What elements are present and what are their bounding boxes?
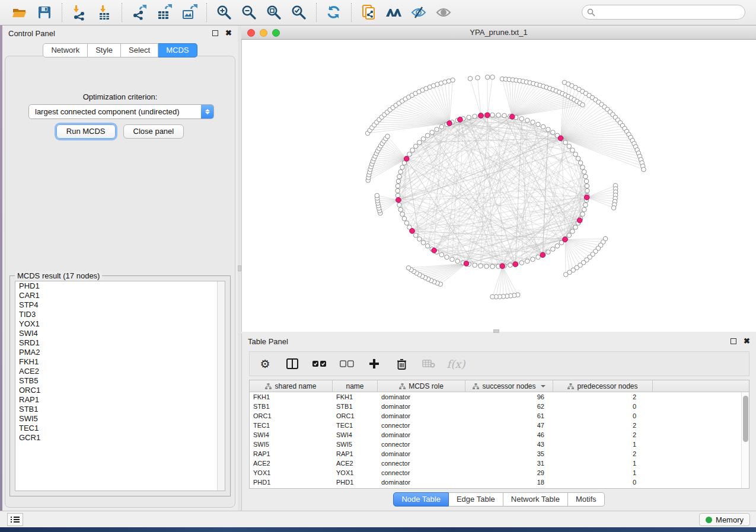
table-row[interactable]: RAP1RAP1dominator352 <box>250 449 741 459</box>
list-item[interactable]: YOX1 <box>15 319 225 329</box>
list-item[interactable]: SWI4 <box>15 329 225 338</box>
zoom-out-icon[interactable] <box>240 4 258 21</box>
table-splitter-grab[interactable] <box>493 329 499 333</box>
maximize-window-icon[interactable] <box>272 29 280 37</box>
tab-node-table[interactable]: Node Table <box>393 492 449 507</box>
task-history-button[interactable] <box>7 513 23 526</box>
refresh-layout-icon[interactable] <box>325 4 343 21</box>
table-cell: 2 <box>553 421 645 430</box>
save-icon[interactable] <box>36 4 53 21</box>
zoom-selected-icon[interactable] <box>290 4 308 21</box>
run-mcds-button[interactable]: Run MCDS <box>56 124 116 139</box>
delete-table-icon[interactable] <box>422 357 436 371</box>
list-item[interactable]: FKH1 <box>15 357 225 367</box>
export-table-icon[interactable] <box>155 4 173 21</box>
show-panel-eye-icon[interactable] <box>435 4 452 21</box>
network-canvas[interactable] <box>241 40 756 332</box>
list-item[interactable]: RAP1 <box>15 395 225 405</box>
tab-motifs[interactable]: Motifs <box>568 492 605 507</box>
close-panel-icon[interactable]: ✖ <box>225 30 232 36</box>
table-cell: 43 <box>465 440 553 449</box>
table-cell: SWI4 <box>250 430 333 440</box>
table-settings-gear-icon[interactable]: ⚙ <box>258 357 272 371</box>
hide-panel-eye-icon[interactable] <box>410 4 428 21</box>
table-row[interactable]: STB1STB1dominator620 <box>250 402 741 411</box>
list-item[interactable]: TID3 <box>15 310 225 319</box>
zoom-in-icon[interactable] <box>215 4 233 21</box>
zoom-fit-icon[interactable] <box>265 4 283 21</box>
tab-select[interactable]: Select <box>121 43 158 57</box>
column-header-MCDS-role[interactable]: MCDS role <box>378 380 465 392</box>
column-pane-icon[interactable] <box>285 357 299 371</box>
table-cell: 1 <box>553 459 645 468</box>
list-item[interactable]: GCR1 <box>15 433 225 443</box>
tab-mcds[interactable]: MCDS <box>158 43 197 57</box>
list-scrollbar[interactable] <box>217 281 225 491</box>
list-item[interactable]: CAR1 <box>15 291 225 300</box>
table-row[interactable]: TEC1TEC1connector472 <box>250 421 741 430</box>
column-header-shared-name[interactable]: shared name <box>250 380 333 392</box>
search-input[interactable] <box>595 8 745 17</box>
table-row[interactable]: ORC1ORC1dominator610 <box>250 411 741 421</box>
list-item[interactable]: SRD1 <box>15 338 225 348</box>
list-item[interactable]: STB5 <box>15 376 225 386</box>
delete-column-trash-icon[interactable] <box>394 357 409 371</box>
float-table-panel-icon[interactable] <box>731 338 736 344</box>
mcds-result-title: MCDS result (17 nodes) <box>15 271 102 280</box>
add-column-icon[interactable] <box>367 357 381 371</box>
criterion-dropdown[interactable]: largest connected component (undirected) <box>28 104 214 119</box>
export-network-icon[interactable] <box>130 4 148 21</box>
toolbar-separator <box>351 3 352 22</box>
list-item[interactable]: ACE2 <box>15 367 225 376</box>
column-type-icon <box>265 383 272 389</box>
network-window: YPA_prune.txt_1 <box>241 25 756 332</box>
share-document-icon[interactable] <box>360 4 378 21</box>
close-table-panel-icon[interactable]: ✖ <box>744 338 750 344</box>
search-network-icon[interactable] <box>385 4 403 21</box>
table-cell: 2 <box>553 449 645 459</box>
list-item[interactable]: TEC1 <box>15 424 225 433</box>
table-row[interactable]: YOX1YOX1connector291 <box>250 468 741 477</box>
list-item[interactable]: STB1 <box>15 405 225 414</box>
tab-network[interactable]: Network <box>43 43 88 57</box>
table-row[interactable]: ACE2ACE2connector311 <box>250 459 741 468</box>
tab-style[interactable]: Style <box>88 43 121 57</box>
float-panel-icon[interactable] <box>212 30 218 36</box>
tab-network-table[interactable]: Network Table <box>503 492 568 507</box>
network-titlebar: YPA_prune.txt_1 <box>241 25 756 40</box>
list-item[interactable]: ORC1 <box>15 386 225 395</box>
column-header-predecessor-nodes[interactable]: predecessor nodes <box>553 380 653 392</box>
table-cell: 0 <box>553 477 645 487</box>
close-panel-button[interactable]: Close panel <box>123 124 184 139</box>
import-table-icon[interactable] <box>95 4 113 21</box>
tab-edge-table[interactable]: Edge Table <box>449 492 503 507</box>
table-row[interactable]: PHD1PHD1dominator180 <box>250 477 741 487</box>
table-cell: dominator <box>378 477 465 487</box>
table-row[interactable]: FKH1FKH1dominator962 <box>250 392 741 402</box>
list-item[interactable]: SWI5 <box>15 414 225 424</box>
close-window-icon[interactable] <box>247 29 255 37</box>
memory-button[interactable]: Memory <box>699 513 750 526</box>
table-row[interactable]: SWI4SWI4dominator462 <box>250 430 741 440</box>
table-panel-title: Table Panel <box>248 337 288 346</box>
list-item[interactable]: PHD1 <box>15 281 225 291</box>
column-header-name[interactable]: name <box>333 380 378 392</box>
export-image-icon[interactable] <box>180 4 198 21</box>
minimize-window-icon[interactable] <box>260 29 267 37</box>
table-header-row: shared namenameMCDS rolesuccessor nodesp… <box>250 380 749 392</box>
list-item[interactable]: PMA2 <box>15 348 225 357</box>
column-header-successor-nodes[interactable]: successor nodes <box>465 380 553 392</box>
mcds-result-list[interactable]: PHD1CAR1STP4TID3YOX1SWI4SRD1PMA2FKH1ACE2… <box>15 281 225 491</box>
function-builder-icon[interactable]: f(x) <box>449 357 463 371</box>
toolbar-separator <box>122 3 122 22</box>
deselect-all-rows-icon[interactable] <box>340 357 354 371</box>
toolbar-separator <box>206 3 207 22</box>
search-field[interactable] <box>582 5 745 20</box>
open-file-icon[interactable] <box>11 4 28 21</box>
table-cell: ACE2 <box>250 459 333 468</box>
list-item[interactable]: STP4 <box>15 300 225 310</box>
import-network-icon[interactable] <box>71 4 88 21</box>
table-scrollbar[interactable] <box>741 392 749 488</box>
select-all-rows-icon[interactable] <box>312 357 327 371</box>
table-row[interactable]: SWI5SWI5connector431 <box>250 440 741 449</box>
